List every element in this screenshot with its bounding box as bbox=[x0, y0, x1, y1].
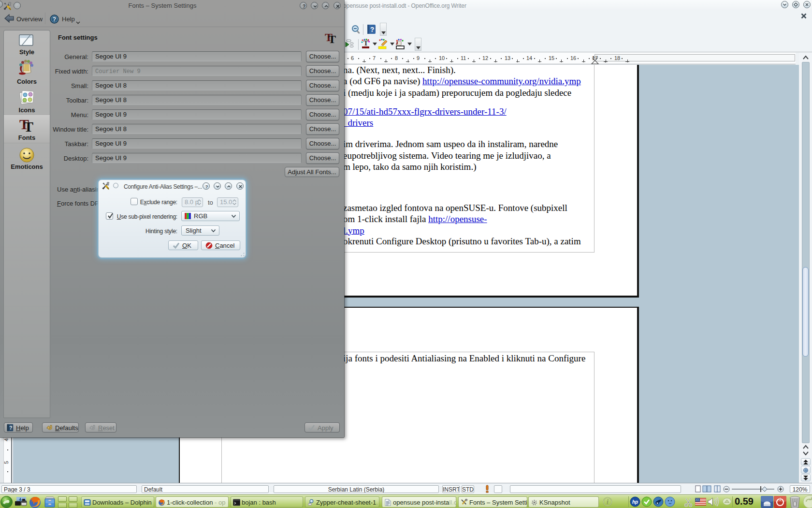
svg-text:i: i bbox=[607, 498, 609, 506]
svg-text:?: ? bbox=[9, 425, 12, 431]
svg-text:hp: hp bbox=[632, 499, 638, 505]
svg-text:?: ? bbox=[53, 16, 56, 23]
svg-text:T: T bbox=[363, 39, 368, 47]
svg-text:?: ? bbox=[370, 26, 375, 33]
svg-text:?: ? bbox=[302, 3, 305, 9]
svg-text:?: ? bbox=[205, 184, 208, 189]
